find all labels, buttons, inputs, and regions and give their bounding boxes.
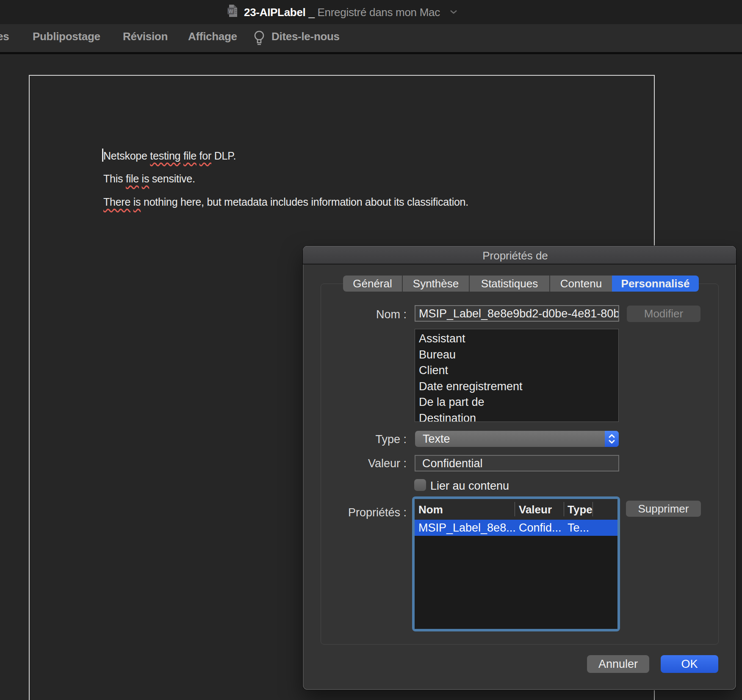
svg-text:W: W — [228, 8, 233, 14]
